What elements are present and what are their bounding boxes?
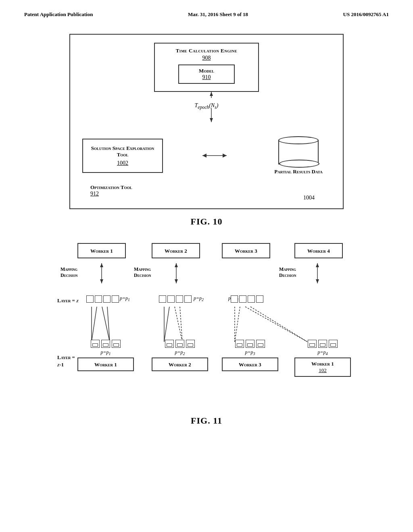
worker2-top-box: Worker 2 (152, 243, 200, 258)
svg-marker-8 (100, 263, 103, 267)
svg-line-21 (102, 307, 110, 342)
layer-z1-label: Layer =z-1 (57, 354, 75, 368)
p-label-bot-3: p=p3 (222, 349, 278, 356)
worker4-bottom-number: 102 (299, 367, 346, 374)
worker4-top-box: Worker 4 (294, 243, 343, 258)
queue-item (231, 295, 238, 303)
queue-item (176, 295, 183, 303)
worker3-bottom-label: Worker 3 (239, 362, 261, 368)
svg-line-26 (180, 307, 182, 342)
worker3-bottom-queue (222, 340, 278, 348)
worker2-bottom-queue (152, 340, 208, 348)
svg-line-22 (107, 307, 110, 342)
fig10-label: FIG. 10 (24, 216, 389, 227)
worker3-top-label: Worker 3 (235, 248, 257, 254)
svg-marker-3 (210, 118, 213, 122)
svg-marker-18 (316, 279, 319, 283)
proc-item (256, 340, 265, 348)
model-title: Model (183, 68, 230, 74)
proc-item (165, 340, 174, 348)
queue-item (239, 295, 246, 303)
svg-line-25 (175, 307, 182, 342)
queue-item (184, 295, 192, 303)
model-box: Model 910 (178, 64, 235, 84)
worker3-top-box: Worker 3 (222, 243, 270, 258)
svg-marker-1 (210, 92, 213, 96)
sset-title: Solution Space Exploration Tool (88, 145, 157, 159)
header-center: Mar. 31, 2016 Sheet 9 of 18 (188, 11, 248, 18)
svg-marker-10 (100, 279, 103, 283)
svg-line-30 (250, 307, 307, 342)
worker2-top-label: Worker 2 (165, 248, 187, 254)
queue-item (103, 295, 111, 303)
svg-marker-5 (202, 154, 206, 158)
partial-title: Partial Results Data (266, 168, 331, 175)
queue-item (86, 295, 94, 303)
worker2-bottom-label: Worker 2 (169, 362, 191, 368)
optim-area: Optimization Tool 912 (90, 184, 132, 197)
worker4-bottom-label: Worker 1 (299, 361, 346, 367)
header-right: US 2016/0092765 A1 (343, 11, 389, 18)
worker1-bottom-queue (77, 340, 134, 348)
partial-number: 1004 (303, 195, 315, 201)
tce-title: Time Calculation Engine (161, 48, 252, 54)
fig11-diagram: Worker 1 Worker 2 Worker 3 Worker 4 Mapp… (53, 239, 360, 408)
page-header: Patent Application Publication Mar. 31, … (0, 0, 413, 18)
proc-item (186, 340, 195, 348)
worker1-queue (86, 295, 119, 303)
fig11-arrows-svg (53, 239, 360, 408)
worker3-bottom-box: Worker 3 (222, 357, 278, 371)
sset-box: Solution Space Exploration Tool 1002 (82, 139, 163, 173)
proc-item (91, 340, 100, 348)
optim-number: 912 (90, 191, 132, 197)
queue-item (256, 295, 263, 303)
p-label-bot-1: p=p1 (77, 349, 134, 356)
worker1-top-box: Worker 1 (77, 243, 126, 258)
worker1-top-label: Worker 1 (90, 248, 113, 254)
proc-item (308, 340, 317, 348)
svg-line-29 (245, 307, 307, 342)
p-label-bot-4: p=p4 (294, 349, 351, 356)
model-number: 910 (183, 74, 230, 81)
cylinder-bottom (279, 160, 319, 168)
fig11-label: FIG. 11 (24, 416, 389, 426)
cylinder-top (278, 136, 319, 144)
worker2-bottom-box: Worker 2 (152, 357, 208, 371)
proc-item (235, 340, 244, 348)
queue-item (248, 295, 255, 303)
tepoch-label: Tepoch(Ns) (195, 102, 219, 110)
proc-item (329, 340, 338, 348)
bottom-row: Solution Space Exploration Tool 1002 (82, 136, 331, 175)
proc-item (318, 340, 327, 348)
worker4-bottom-box: Worker 1 102 (294, 357, 351, 377)
svg-marker-12 (175, 263, 178, 267)
svg-marker-14 (175, 279, 178, 283)
p-label-top-2: p=p2 (194, 295, 204, 302)
queue-item (159, 295, 166, 303)
proc-item (175, 340, 184, 348)
worker1-bottom-box: Worker 1 (77, 357, 134, 371)
svg-line-28 (235, 307, 240, 342)
svg-line-24 (164, 307, 169, 342)
fig11-inner: Worker 1 Worker 2 Worker 3 Worker 4 Mapp… (53, 239, 360, 408)
fig10-outer-box: Time Calculation Engine 908 Model 910 (69, 34, 344, 209)
header-left: Patent Application Publication (24, 11, 93, 18)
worker3-bottom-group: p=p3 Worker 3 (222, 340, 278, 371)
queue-item (167, 295, 175, 303)
worker2-bottom-group: p=p2 Worker 2 (152, 340, 208, 371)
mapping-decision-2: MappingDecision (134, 266, 151, 279)
svg-line-20 (92, 307, 97, 342)
layer-z-label: Layer = z (57, 297, 79, 304)
mapping-decision-1: MappingDecision (60, 266, 77, 279)
p-label-bot-2: p=p2 (152, 349, 208, 356)
queue-item (95, 295, 102, 303)
queue-item (112, 295, 119, 303)
worker1-bottom-label: Worker 1 (94, 362, 117, 368)
worker3-queue (231, 295, 263, 303)
proc-item (112, 340, 121, 348)
worker4-bottom-queue (294, 340, 351, 348)
mapping-decision-4: MappingDecision (279, 266, 296, 279)
sset-cylinder-arrow (198, 148, 231, 164)
svg-marker-6 (223, 154, 227, 158)
proc-item (246, 340, 254, 348)
